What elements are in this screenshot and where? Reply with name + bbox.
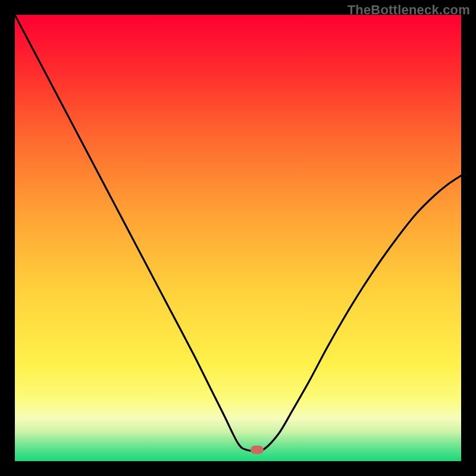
plot-svg xyxy=(15,15,461,461)
plot-area xyxy=(15,15,461,461)
watermark-text: TheBottleneck.com xyxy=(347,2,470,18)
gradient-background xyxy=(15,15,461,461)
chart-frame: TheBottleneck.com xyxy=(0,0,476,476)
optimum-marker xyxy=(250,446,264,454)
